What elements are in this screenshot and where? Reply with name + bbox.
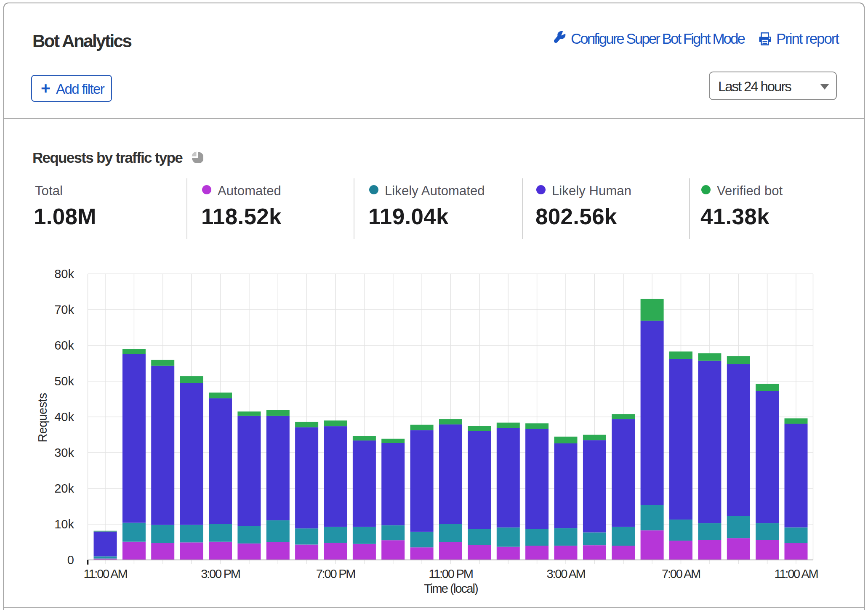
svg-text:60k: 60k	[54, 339, 74, 352]
svg-text:11:00 AM: 11:00 AM	[84, 567, 127, 581]
svg-text:7:00 AM: 7:00 AM	[662, 567, 700, 581]
svg-text:70k: 70k	[54, 303, 74, 316]
svg-text:11:00 AM: 11:00 AM	[775, 567, 818, 581]
svg-text:50k: 50k	[54, 374, 74, 388]
svg-text:11:00 PM: 11:00 PM	[429, 567, 472, 581]
svg-text:80k: 80k	[54, 267, 74, 281]
svg-text:Time (local): Time (local)	[424, 582, 478, 595]
svg-text:40k: 40k	[54, 410, 74, 424]
svg-text:30k: 30k	[54, 446, 74, 459]
svg-text:20k: 20k	[54, 482, 74, 495]
svg-text:3:00 PM: 3:00 PM	[201, 567, 240, 581]
svg-text:0: 0	[67, 553, 74, 567]
svg-text:7:00 PM: 7:00 PM	[316, 567, 355, 581]
svg-text:3:00 AM: 3:00 AM	[547, 567, 585, 581]
svg-text:10k: 10k	[54, 517, 74, 531]
svg-text:Requests: Requests	[36, 393, 49, 442]
